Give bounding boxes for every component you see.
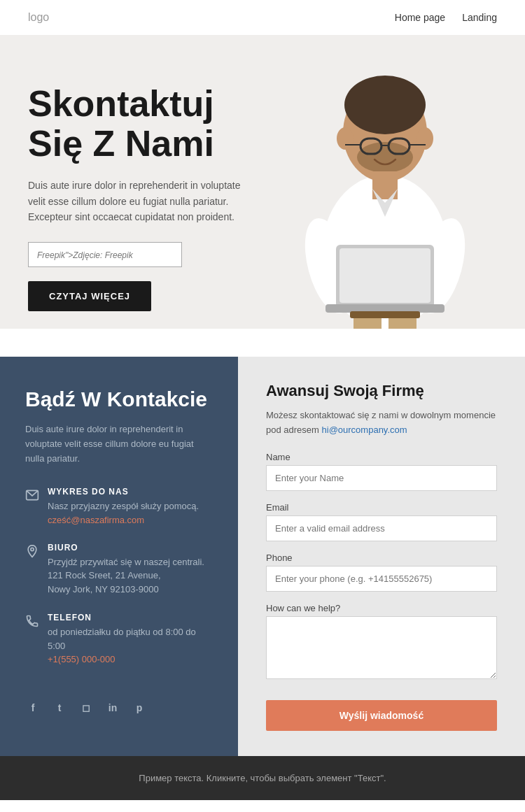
contact-email-label: WYKRES DO NAS <box>48 487 199 497</box>
contact-phone-link[interactable]: +1(555) 000-000 <box>48 654 115 664</box>
contact-office-address2: Nowy Jork, NY 92103-9000 <box>48 583 204 597</box>
hero-section: Skontaktuj Się Z Nami Duis aute irure do… <box>0 35 525 329</box>
form-name-label: Name <box>266 452 497 462</box>
form-message-group: How can we help? <box>266 603 497 682</box>
svg-point-5 <box>337 127 354 150</box>
contact-right-title: Awansuj Swoją Firmę <box>266 382 497 400</box>
contact-email-link[interactable]: cześć@naszafirma.com <box>48 515 144 525</box>
form-name-group: Name <box>266 452 497 491</box>
svg-point-3 <box>344 76 426 134</box>
linkedin-icon[interactable]: in <box>105 700 120 715</box>
social-icons: f t ◻ in p <box>25 700 213 715</box>
svg-point-6 <box>416 127 433 150</box>
form-email-label: Email <box>266 502 497 513</box>
svg-point-23 <box>31 548 34 550</box>
nav-landing[interactable]: Landing <box>462 12 497 23</box>
contact-section: Bądź W Kontakcie Duis aute irure dolor i… <box>0 357 525 756</box>
pinterest-icon[interactable]: p <box>132 700 147 715</box>
nav-home[interactable]: Home page <box>395 12 445 23</box>
contact-phone-hours: od poniedziałku do piątku od 8:00 do 5:0… <box>48 625 213 653</box>
facebook-icon[interactable]: f <box>25 700 41 715</box>
svg-rect-12 <box>340 248 430 303</box>
footer-text: Пример текста. Кликните, чтобы выбрать э… <box>139 773 386 783</box>
contact-phone-item: TELEFON od poniedziałku do piątku od 8:0… <box>25 613 213 665</box>
phone-icon <box>25 614 39 628</box>
hero-cta-button[interactable]: CZYTAJ WIĘCEJ <box>28 281 151 311</box>
contact-office-label: BIURO <box>48 543 204 553</box>
contact-office-address1: 121 Rock Sreet, 21 Avenue, <box>48 569 204 583</box>
contact-email-anchor[interactable]: hi@ourcompany.com <box>322 425 407 435</box>
instagram-icon[interactable]: ◻ <box>78 700 94 715</box>
form-phone-input[interactable] <box>266 566 497 592</box>
hero-input-wrapper[interactable] <box>28 242 182 267</box>
navbar: logo Home page Landing <box>0 0 525 35</box>
form-message-label: How can we help? <box>266 603 497 613</box>
hero-input[interactable] <box>37 250 173 260</box>
contact-office-text: Przyjdź przywitać się w naszej centrali. <box>48 555 204 569</box>
form-name-input[interactable] <box>266 465 497 491</box>
contact-right-panel: Awansuj Swoją Firmę Możesz skontaktować … <box>238 357 525 756</box>
hero-image <box>245 35 525 329</box>
hero-title: Skontaktuj Się Z Nami <box>28 84 252 164</box>
form-phone-group: Phone <box>266 553 497 592</box>
contact-left-title: Bądź W Kontakcie <box>25 387 213 411</box>
contact-phone-label: TELEFON <box>48 613 213 622</box>
email-icon <box>25 488 39 502</box>
contact-left-desc: Duis aute irure dolor in reprehenderit i… <box>25 422 213 466</box>
form-message-textarea[interactable] <box>266 616 497 679</box>
contact-email-item: WYKRES DO NAS Nasz przyjazny zespół służ… <box>25 487 213 526</box>
logo: logo <box>28 11 49 24</box>
footer: Пример текста. Кликните, чтобы выбрать э… <box>0 756 525 800</box>
contact-left-panel: Bądź W Kontakcie Duis aute irure dolor i… <box>0 357 238 756</box>
hero-content: Skontaktuj Się Z Nami Duis aute irure do… <box>28 77 252 311</box>
svg-point-4 <box>357 142 413 173</box>
contact-office-body: BIURO Przyjdź przywitać się w naszej cen… <box>48 543 204 597</box>
spacer <box>0 329 525 357</box>
location-icon <box>25 544 39 558</box>
twitter-icon[interactable]: t <box>52 700 67 715</box>
contact-email-text: Nasz przyjazny zespół służy pomocą. <box>48 499 199 513</box>
contact-office-item: BIURO Przyjdź przywitać się w naszej cen… <box>25 543 213 597</box>
contact-right-desc: Możesz skontaktować się z nami w dowolny… <box>266 408 497 438</box>
nav-links: Home page Landing <box>395 12 497 23</box>
hero-description: Duis aute irure dolor in reprehenderit i… <box>28 178 252 225</box>
form-phone-label: Phone <box>266 553 497 563</box>
contact-phone-body: TELEFON od poniedziałku do piątku od 8:0… <box>48 613 213 665</box>
submit-button[interactable]: Wyślij wiadomość <box>266 700 497 731</box>
form-email-input[interactable] <box>266 515 497 541</box>
contact-email-body: WYKRES DO NAS Nasz przyjazny zespół służ… <box>48 487 199 526</box>
svg-rect-21 <box>350 311 420 318</box>
form-email-group: Email <box>266 502 497 541</box>
